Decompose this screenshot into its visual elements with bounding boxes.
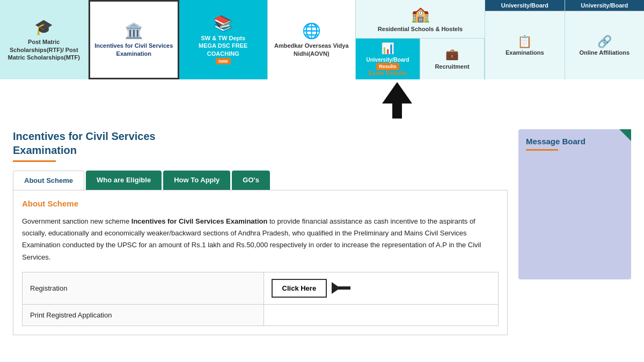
- arrow-left-indicator: [332, 286, 350, 290]
- results-badge: Results: [376, 63, 399, 70]
- tab-gos[interactable]: GO's: [232, 171, 270, 190]
- table-row-print: Print Registred Application: [23, 304, 499, 326]
- message-board-underline: [526, 149, 558, 151]
- message-board-title: Message Board: [526, 137, 624, 146]
- left-panel: Incentives for Civil Services Examinatio…: [13, 129, 508, 335]
- table-row-registration: Registration Click Here: [23, 272, 499, 304]
- tabs: About Scheme Who are Eligible How To App…: [13, 171, 508, 190]
- print-action: [264, 304, 498, 326]
- arrow-indicator: [150, 82, 644, 119]
- civil-icon: 🏛️: [125, 22, 143, 40]
- chart-icon: 📊: [381, 42, 394, 55]
- print-label: Print Registred Application: [23, 304, 264, 326]
- page-title: Incentives for Civil Services Examinatio…: [13, 129, 508, 157]
- arrow-body: [392, 104, 402, 119]
- title-underline: [13, 160, 56, 162]
- nav-tile-recruitment[interactable]: 💼 Recruitment: [420, 39, 485, 79]
- arrow-tip-left: [332, 282, 340, 294]
- nav-tile-examinations[interactable]: 📋 Examinations: [485, 11, 565, 79]
- nav-tile-exam-results[interactable]: 📊 University/Board Results Exam Results: [356, 39, 420, 79]
- nav-tile-recruitment-label: Recruitment: [435, 63, 469, 70]
- arrow-head: [382, 82, 412, 104]
- right-panel: Message Board: [518, 129, 631, 335]
- nav-tile-examinations-label: Examinations: [506, 49, 544, 56]
- nav-tile-dsc[interactable]: 📚 SW & TW DeptsMEGA DSC FREE COACHINGnew: [179, 0, 268, 79]
- link-icon: 🔗: [597, 35, 612, 49]
- nav-tile-aovn-label: Ambedkar Overseas Vidya Nidhi(AOVN): [272, 42, 352, 57]
- nav-tile-dsc-label: SW & TW DeptsMEGA DSC FREE COACHINGnew: [184, 34, 263, 65]
- nav-tile-civil-services[interactable]: 🏛️ Incentives for Civil Services Examina…: [89, 0, 180, 79]
- about-scheme-body: Government sanction new scheme Incentive…: [22, 216, 499, 263]
- registration-action: Click Here: [264, 272, 498, 304]
- registration-label: Registration: [23, 272, 264, 304]
- nav-tile-group-examinations: University/Board 📋 Examinations: [485, 0, 565, 79]
- scheme-name-bold: Incentives for Civil Services Examinatio…: [131, 217, 268, 225]
- scheme-table: Registration Click Here: [22, 272, 499, 326]
- tab-about-scheme[interactable]: About Scheme: [13, 171, 84, 190]
- nav-tile-ub-examinations-header[interactable]: University/Board: [485, 0, 565, 11]
- nav-tile-group-affiliations: University/Board 🔗 Online Affiliations: [565, 0, 645, 79]
- about-scheme-heading: About Scheme: [22, 199, 499, 208]
- nav-tile-ub-label: University/Board Results: [359, 57, 416, 70]
- arrow-shaft: [332, 286, 350, 290]
- nav-tile-ub-affiliations-header[interactable]: University/Board: [565, 0, 645, 11]
- tab-content-about-scheme: About Scheme Government sanction new sch…: [13, 190, 508, 335]
- nav-tile-civil-label: Incentives for Civil Services Examinatio…: [94, 42, 174, 57]
- book-icon: 📚: [214, 14, 232, 32]
- briefcase-icon: 💼: [445, 48, 459, 61]
- globe-icon: 🌐: [302, 22, 321, 40]
- main-content: Incentives for Civil Services Examinatio…: [0, 119, 644, 345]
- nav-tile-post-matric[interactable]: 🎓 Post Matric Scholarships(RTF)/ Post Ma…: [0, 0, 89, 79]
- school-icon: 🏫: [411, 5, 430, 23]
- graduation-icon: 🎓: [34, 18, 53, 36]
- nav-tile-residential-label: Residential Schools & Hostels: [378, 25, 463, 33]
- registration-click-here-button[interactable]: Click Here: [272, 279, 327, 298]
- nav-tile-post-matric-label: Post Matric Scholarships(RTF)/ Post Matr…: [4, 38, 84, 61]
- nav-tile-aovn[interactable]: 🌐 Ambedkar Overseas Vidya Nidhi(AOVN): [268, 0, 356, 79]
- tab-how-to-apply[interactable]: How To Apply: [163, 171, 230, 190]
- nav-tile-affiliations[interactable]: 🔗 Online Affiliations: [565, 11, 645, 79]
- exam-results-label: Exam Results: [368, 70, 407, 76]
- tab-who-eligible[interactable]: Who are Eligible: [86, 171, 162, 190]
- nav-tiles: 🎓 Post Matric Scholarships(RTF)/ Post Ma…: [0, 0, 644, 79]
- nav-tile-affiliations-label: Online Affiliations: [579, 49, 630, 56]
- new-badge: new: [216, 58, 231, 64]
- nav-tile-residential[interactable]: 🏫 Residential Schools & Hostels: [356, 0, 485, 38]
- exam-icon: 📋: [517, 35, 532, 49]
- click-row: Click Here: [272, 279, 491, 298]
- message-board: Message Board: [518, 129, 631, 279]
